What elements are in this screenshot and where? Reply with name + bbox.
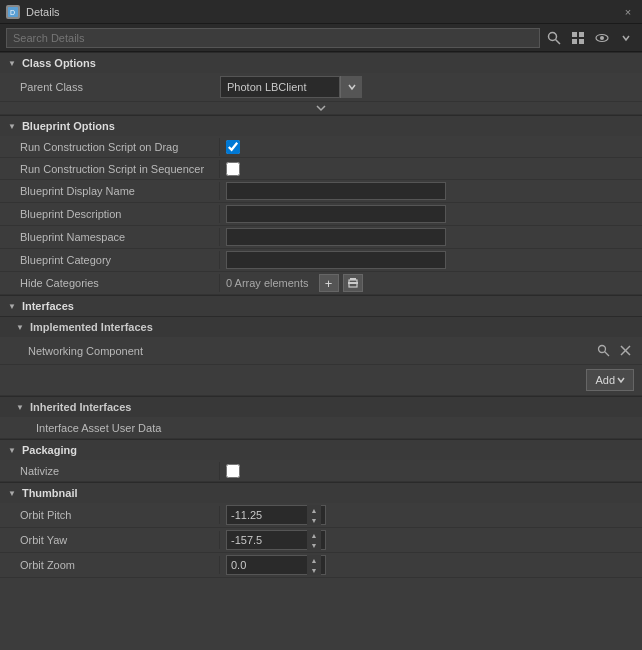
thumbnail-section-header[interactable]: ▼ Thumbnail (0, 482, 642, 503)
run-construction-drag-checkbox[interactable] (226, 140, 240, 154)
eye-icon[interactable] (592, 28, 612, 48)
hide-categories-label: Hide Categories (0, 274, 220, 292)
orbit-zoom-input-wrap: 0.0 ▲ ▼ (226, 555, 326, 575)
orbit-yaw-up[interactable]: ▲ (307, 530, 321, 540)
nativize-value (220, 462, 642, 480)
packaging-title: Packaging (22, 444, 77, 456)
orbit-yaw-value: -157.5 ▲ ▼ (220, 528, 642, 552)
nativize-row: Nativize (0, 460, 642, 482)
parent-class-dropdown-button[interactable] (340, 76, 362, 98)
details-icon: D (6, 5, 20, 19)
class-options-title: Class Options (22, 57, 96, 69)
orbit-zoom-spinner: ▲ ▼ (307, 555, 321, 575)
orbit-zoom-input[interactable]: 0.0 (227, 558, 307, 572)
blueprint-category-value (220, 249, 642, 271)
class-options-expand[interactable] (0, 102, 642, 115)
hide-categories-add-button[interactable]: + (319, 274, 339, 292)
blueprint-display-name-value (220, 180, 642, 202)
run-construction-sequencer-value (220, 160, 642, 178)
interfaces-arrow: ▼ (8, 302, 16, 311)
svg-text:D: D (10, 9, 15, 16)
blueprint-options-section-header[interactable]: ▼ Blueprint Options (0, 115, 642, 136)
inherited-interfaces-title: Inherited Interfaces (30, 401, 131, 413)
orbit-yaw-down[interactable]: ▼ (307, 540, 321, 550)
blueprint-namespace-value (220, 226, 642, 248)
blueprint-display-name-input[interactable] (226, 182, 446, 200)
thumbnail-arrow: ▼ (8, 489, 16, 498)
hide-categories-value: 0 Array elements + (220, 272, 642, 294)
blueprint-category-input[interactable] (226, 251, 446, 269)
blueprint-description-value (220, 203, 642, 225)
search-icon[interactable] (544, 28, 564, 48)
networking-component-remove-icon[interactable] (616, 342, 634, 360)
class-options-arrow: ▼ (8, 59, 16, 68)
blueprint-category-label: Blueprint Category (0, 251, 220, 269)
inherited-interfaces-arrow: ▼ (16, 403, 24, 412)
class-options-section-header[interactable]: ▼ Class Options (0, 52, 642, 73)
blueprint-namespace-row: Blueprint Namespace (0, 226, 642, 249)
thumbnail-title: Thumbnail (22, 487, 78, 499)
svg-rect-4 (572, 32, 577, 37)
blueprint-namespace-label: Blueprint Namespace (0, 228, 220, 246)
interface-asset-user-data-label: Interface Asset User Data (36, 422, 634, 434)
networking-component-actions (594, 342, 634, 360)
blueprint-description-label: Blueprint Description (0, 205, 220, 223)
grid-view-icon[interactable] (568, 28, 588, 48)
hide-categories-remove-button[interactable] (343, 274, 363, 292)
close-button[interactable]: × (620, 4, 636, 20)
svg-line-14 (604, 352, 609, 357)
parent-class-row: Parent Class Photon LBClient (0, 73, 642, 102)
run-construction-drag-label: Run Construction Script on Drag (0, 138, 220, 156)
orbit-pitch-label: Orbit Pitch (0, 506, 220, 524)
networking-component-search-icon[interactable] (594, 342, 612, 360)
interface-asset-user-data-row: Interface Asset User Data (0, 417, 642, 439)
blueprint-display-name-row: Blueprint Display Name (0, 180, 642, 203)
svg-line-3 (556, 39, 561, 44)
svg-rect-7 (579, 39, 584, 44)
add-interface-button[interactable]: Add (586, 369, 634, 391)
parent-class-value: Photon LBClient (227, 81, 307, 93)
parent-class-dropdown[interactable]: Photon LBClient (220, 76, 340, 98)
orbit-yaw-row: Orbit Yaw -157.5 ▲ ▼ (0, 528, 642, 553)
orbit-yaw-label: Orbit Yaw (0, 531, 220, 549)
run-construction-sequencer-checkbox[interactable] (226, 162, 240, 176)
orbit-pitch-input-wrap: -11.25 ▲ ▼ (226, 505, 326, 525)
search-input[interactable] (6, 28, 540, 48)
interfaces-section-header[interactable]: ▼ Interfaces (0, 295, 642, 316)
blueprint-namespace-input[interactable] (226, 228, 446, 246)
orbit-pitch-up[interactable]: ▲ (307, 505, 321, 515)
orbit-zoom-down[interactable]: ▼ (307, 565, 321, 575)
orbit-pitch-row: Orbit Pitch -11.25 ▲ ▼ (0, 503, 642, 528)
packaging-section-header[interactable]: ▼ Packaging (0, 439, 642, 460)
orbit-zoom-row: Orbit Zoom 0.0 ▲ ▼ (0, 553, 642, 578)
run-construction-drag-row: Run Construction Script on Drag (0, 136, 642, 158)
chevron-down-icon[interactable] (616, 28, 636, 48)
orbit-yaw-input-wrap: -157.5 ▲ ▼ (226, 530, 326, 550)
orbit-pitch-value: -11.25 ▲ ▼ (220, 503, 642, 527)
blueprint-options-title: Blueprint Options (22, 120, 115, 132)
svg-rect-5 (579, 32, 584, 37)
blueprint-category-row: Blueprint Category (0, 249, 642, 272)
orbit-zoom-up[interactable]: ▲ (307, 555, 321, 565)
svg-point-2 (549, 32, 557, 40)
svg-rect-6 (572, 39, 577, 44)
run-construction-sequencer-label: Run Construction Script in Sequencer (0, 160, 220, 178)
title-bar: D Details × (0, 0, 642, 24)
blueprint-options-arrow: ▼ (8, 122, 16, 131)
orbit-zoom-value: 0.0 ▲ ▼ (220, 553, 642, 577)
orbit-pitch-spinner: ▲ ▼ (307, 505, 321, 525)
implemented-interfaces-header[interactable]: ▼ Implemented Interfaces (0, 316, 642, 337)
details-content: ▼ Class Options Parent Class Photon LBCl… (0, 52, 642, 650)
orbit-yaw-input[interactable]: -157.5 (227, 533, 307, 547)
inherited-interfaces-header[interactable]: ▼ Inherited Interfaces (0, 396, 642, 417)
nativize-checkbox[interactable] (226, 464, 240, 478)
blueprint-description-input[interactable] (226, 205, 446, 223)
hide-categories-count: 0 Array elements (226, 277, 309, 289)
svg-point-13 (598, 346, 605, 353)
orbit-pitch-input[interactable]: -11.25 (227, 508, 307, 522)
orbit-pitch-down[interactable]: ▼ (307, 515, 321, 525)
orbit-yaw-spinner: ▲ ▼ (307, 530, 321, 550)
panel-title: Details (26, 6, 614, 18)
networking-component-row: Networking Component (0, 337, 642, 365)
networking-component-label: Networking Component (28, 345, 594, 357)
